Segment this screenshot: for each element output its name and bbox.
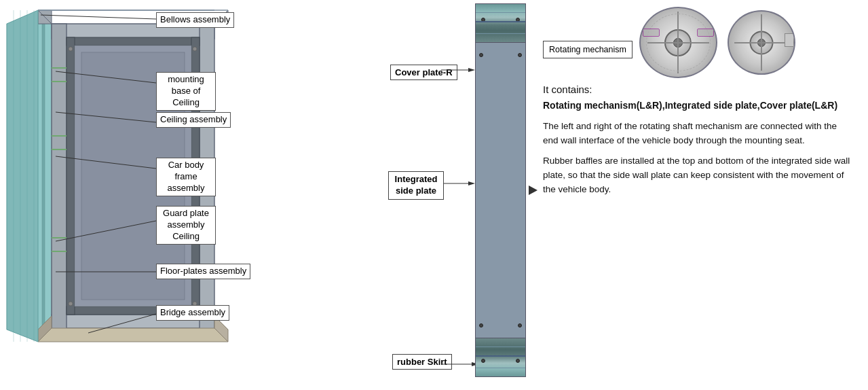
integrated-side-plate-label: Integrated side plate: [388, 171, 444, 200]
car-body-frame-label: Car body frame assembly: [156, 158, 216, 196]
bolt-dot: [479, 53, 483, 57]
bellows-label: Bellows assembly: [156, 12, 234, 28]
plate-top-strip: [475, 3, 526, 43]
ceiling-assembly-label: Ceiling assembly: [156, 112, 231, 128]
plate-diagram: [475, 3, 526, 387]
svg-rect-13: [67, 37, 200, 46]
rotating-mechanism-label-box: Rotating mechanism: [543, 41, 633, 58]
svg-rect-11: [52, 24, 67, 330]
mech-image-1: [639, 7, 717, 78]
plate-arrow: [529, 185, 537, 195]
bolt-dot: [479, 323, 483, 327]
it-contains-label: It contains:: [543, 84, 854, 95]
floor-plates-label: Floor-plates assembly: [156, 264, 250, 279]
svg-point-41: [69, 302, 73, 306]
svg-marker-51: [468, 68, 475, 72]
plate-bottom-strip: [475, 338, 526, 377]
guard-plate-label: Guard plate assembly Ceiling: [156, 206, 216, 245]
svg-point-39: [69, 47, 73, 51]
rubber-skirt-label: rubber Skirt: [392, 354, 452, 370]
right-section: Rotating mechanism: [529, 0, 868, 390]
svg-marker-28: [7, 10, 38, 342]
cover-plate-r-label: Cover plate-R: [390, 65, 457, 80]
svg-marker-19: [38, 328, 228, 342]
mech-image-2: [728, 10, 795, 75]
bolt-dot: [516, 359, 520, 363]
body-paragraph-1: The left and right of the rotating shaft…: [543, 120, 854, 148]
body-paragraph-2: Rubber baffles are installed at the top …: [543, 154, 854, 197]
bolt-dot: [518, 323, 522, 327]
bolt-dot: [518, 53, 522, 57]
bolt-dot: [481, 359, 485, 363]
svg-point-40: [193, 47, 197, 51]
description-bold: Rotating mechanism(L&R),Integrated side …: [543, 99, 854, 113]
svg-rect-15: [67, 37, 75, 315]
mounting-base-label: mounting base of Ceiling: [156, 72, 216, 111]
svg-rect-8: [45, 24, 52, 330]
plate-main-body: [475, 43, 526, 338]
page-container: Bellows assembly mounting base of Ceilin…: [0, 0, 868, 390]
svg-marker-53: [468, 181, 475, 185]
bridge-assembly-label: Bridge assembly: [156, 305, 229, 321]
top-images-row: Rotating mechanism: [543, 7, 854, 78]
left-section: Bellows assembly mounting base of Ceilin…: [0, 0, 387, 390]
middle-section: Cover plate-R Integrated side plate rubb…: [387, 0, 529, 390]
